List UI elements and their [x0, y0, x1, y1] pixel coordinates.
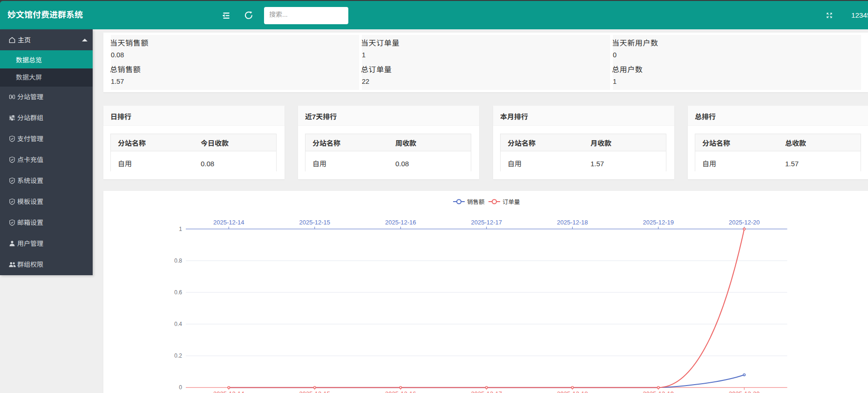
svg-text:0.6: 0.6: [174, 289, 182, 296]
svg-text:0.2: 0.2: [174, 352, 182, 359]
svg-text:2025-12-18: 2025-12-18: [557, 390, 588, 393]
svg-text:1: 1: [179, 226, 182, 232]
svg-text:0.4: 0.4: [174, 321, 182, 327]
svg-text:2025-12-19: 2025-12-19: [643, 219, 674, 226]
svg-text:2025-12-20: 2025-12-20: [729, 219, 760, 226]
svg-text:2025-12-14: 2025-12-14: [213, 390, 244, 393]
svg-text:2025-12-17: 2025-12-17: [471, 390, 502, 393]
svg-text:0.8: 0.8: [174, 257, 182, 264]
svg-text:2025-12-16: 2025-12-16: [385, 219, 416, 226]
svg-text:2025-12-14: 2025-12-14: [213, 219, 244, 226]
svg-text:订单量: 订单量: [502, 199, 520, 205]
svg-text:销售额: 销售额: [467, 199, 485, 205]
svg-text:2025-12-20: 2025-12-20: [729, 390, 760, 393]
svg-text:2025-12-19: 2025-12-19: [643, 390, 674, 393]
svg-text:2025-12-16: 2025-12-16: [385, 390, 416, 393]
svg-text:0: 0: [179, 384, 182, 391]
svg-text:2025-12-15: 2025-12-15: [299, 390, 331, 393]
svg-text:2025-12-15: 2025-12-15: [299, 219, 331, 226]
svg-text:2025-12-18: 2025-12-18: [557, 219, 588, 226]
svg-text:2025-12-17: 2025-12-17: [471, 219, 502, 226]
